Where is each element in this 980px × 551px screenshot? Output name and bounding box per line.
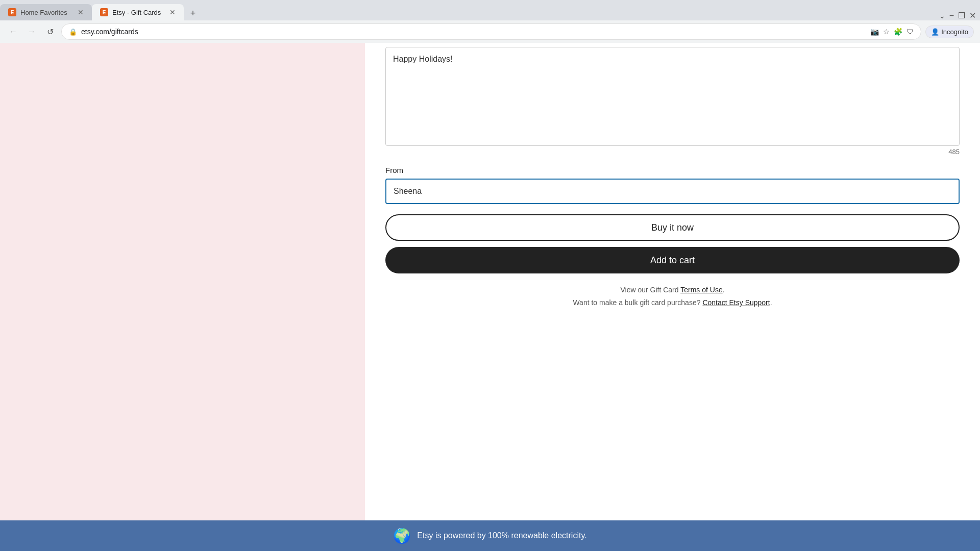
footer-line2-suffix: . <box>770 298 772 307</box>
footer-links: View our Gift Card Terms of Use. Want to… <box>385 284 960 309</box>
new-tab-button[interactable]: + <box>186 6 200 20</box>
left-pane <box>0 43 365 520</box>
char-count: 485 <box>385 148 960 156</box>
profile-label: Incognito <box>941 28 968 36</box>
back-button[interactable]: ← <box>6 24 20 39</box>
footer-line1-suffix: . <box>723 286 725 294</box>
tab-home-favorites[interactable]: E Home Favorites ✕ <box>0 4 92 20</box>
tab-bar: E Home Favorites ✕ E Etsy - Gift Cards ✕… <box>0 0 980 20</box>
address-bar-row: ← → ↺ 🔒 etsy.com/giftcards 📷 ☆ 🧩 🛡 👤 Inc… <box>0 20 980 43</box>
right-pane: Happy Holidays! 485 From Buy it now Add … <box>365 43 980 520</box>
from-input[interactable] <box>385 179 960 204</box>
lock-icon: 🔒 <box>69 28 77 36</box>
url-text: etsy.com/giftcards <box>81 28 866 36</box>
tab-close-gift[interactable]: ✕ <box>169 8 176 16</box>
footer-line-2: Want to make a bulk gift card purchase? … <box>385 296 960 309</box>
tab-label-home: Home Favorites <box>20 9 74 16</box>
renewable-icon: 🌍 <box>393 528 411 544</box>
minimize-button[interactable]: − <box>949 11 954 20</box>
incognito-icon: 👤 <box>931 28 939 36</box>
maximize-button[interactable]: ❐ <box>958 11 965 20</box>
buy-now-button[interactable]: Buy it now <box>385 214 960 241</box>
close-button[interactable]: ✕ <box>969 11 976 20</box>
profile-button[interactable]: 👤 Incognito <box>925 26 974 38</box>
address-bar-icons: 📷 ☆ 🧩 🛡 <box>870 28 914 36</box>
footer-line2-prefix: Want to make a bulk gift card purchase? <box>573 298 702 307</box>
tab-gift-cards[interactable]: E Etsy - Gift Cards ✕ <box>92 4 184 20</box>
from-label: From <box>385 166 960 174</box>
renewable-text: Etsy is powered by 100% renewable electr… <box>417 531 586 540</box>
message-textarea[interactable]: Happy Holidays! <box>385 47 960 146</box>
profile-icon[interactable]: 🛡 <box>906 28 914 36</box>
tab-favicon-home: E <box>8 8 16 16</box>
tab-favicon-gift: E <box>100 8 108 16</box>
bottom-banner: 🌍 Etsy is powered by 100% renewable elec… <box>0 520 980 551</box>
page-content: Happy Holidays! 485 From Buy it now Add … <box>0 43 980 520</box>
tab-close-home[interactable]: ✕ <box>78 8 84 16</box>
camera-icon[interactable]: 📷 <box>870 28 879 36</box>
extensions-icon[interactable]: 🧩 <box>894 28 902 36</box>
window-controls: − ❐ ✕ <box>949 11 976 20</box>
forward-button[interactable]: → <box>24 24 39 39</box>
tab-label-gift: Etsy - Gift Cards <box>112 9 165 16</box>
tab-bar-right: ⌄ − ❐ ✕ <box>939 11 980 20</box>
reload-button[interactable]: ↺ <box>43 24 57 39</box>
address-bar[interactable]: 🔒 etsy.com/giftcards 📷 ☆ 🧩 🛡 <box>61 23 921 40</box>
contact-etsy-support-link[interactable]: Contact Etsy Support <box>702 298 770 307</box>
star-icon[interactable]: ☆ <box>883 28 890 36</box>
terms-of-use-link[interactable]: Terms of Use <box>680 286 722 294</box>
browser-chrome: E Home Favorites ✕ E Etsy - Gift Cards ✕… <box>0 0 980 43</box>
footer-line-1: View our Gift Card Terms of Use. <box>385 284 960 296</box>
add-to-cart-button[interactable]: Add to cart <box>385 247 960 273</box>
tab-list-button[interactable]: ⌄ <box>939 12 945 20</box>
footer-line1-prefix: View our Gift Card <box>620 286 680 294</box>
